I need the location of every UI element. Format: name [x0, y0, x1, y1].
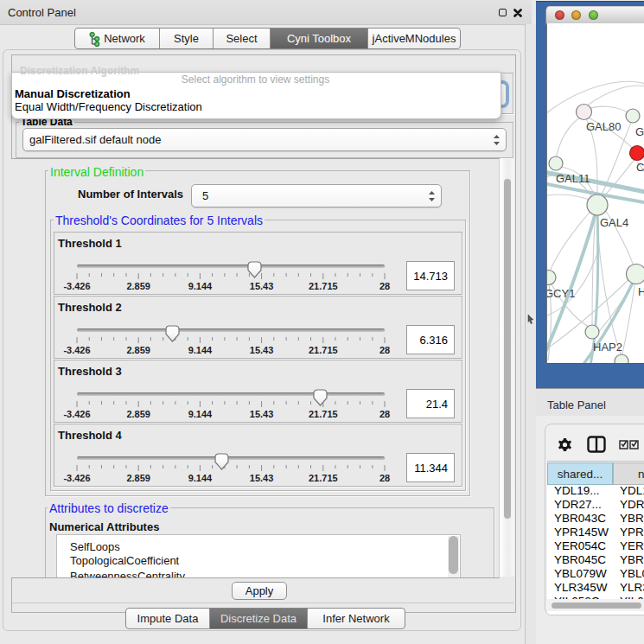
svg-text:GCY1: GCY1	[547, 287, 575, 300]
svg-text:GAL11: GAL11	[556, 172, 590, 185]
svg-text:HA: HA	[638, 285, 644, 298]
svg-text:CY: CY	[636, 161, 644, 174]
svg-text:GAL80: GAL80	[586, 120, 621, 133]
svg-text:GAL4: GAL4	[600, 216, 628, 229]
svg-text:GA: GA	[635, 125, 644, 138]
svg-text:HAP2: HAP2	[593, 341, 622, 354]
